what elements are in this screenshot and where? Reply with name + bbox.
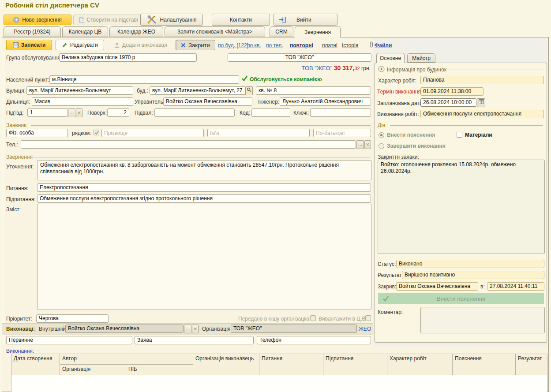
kind-primary-field[interactable]: Первинне <box>6 336 132 344</box>
entrance-clear-button[interactable]: × <box>76 108 82 117</box>
zheo-link[interactable]: ЖЕО <box>359 326 371 332</box>
add-executor-button[interactable]: Додати виконавця <box>108 40 174 50</box>
apartment-field[interactable]: кв. № 8 <box>256 86 371 95</box>
files-link[interactable]: Файли <box>375 42 392 49</box>
phone-field[interactable] <box>21 140 356 149</box>
comment-textarea[interactable] <box>420 307 545 333</box>
tab-registry[interactable]: Реєстр (19324) <box>4 26 61 37</box>
tab-calendar-cv[interactable]: Календар ЦВ <box>62 26 108 37</box>
phone-clear-button[interactable]: × <box>364 140 371 149</box>
by-phone-link[interactable]: по тел. <box>266 42 283 49</box>
settlement-field[interactable]: м.Вінниця <box>49 75 239 84</box>
basement-field[interactable] <box>154 108 235 117</box>
executor-ellipsis-button[interactable]: ... <box>184 325 191 333</box>
col-author-name[interactable]: ПІБ <box>126 365 193 375</box>
panel-tab-main[interactable]: Основне <box>376 53 405 63</box>
upload-cv-checkbox[interactable] <box>365 315 371 321</box>
radio-complete-label: Завершити виконання <box>387 143 446 149</box>
col-result[interactable]: Результат <box>516 354 547 375</box>
closing-textarea[interactable]: Войтко: оголошення розклеєно 15.08.2024р… <box>378 160 545 254</box>
col-question[interactable]: Питання <box>259 354 323 375</box>
balance-cents: 32 <box>354 66 360 71</box>
repeated-link[interactable]: повторні <box>290 42 313 49</box>
calendar-button[interactable] <box>477 98 485 107</box>
left-splitter-strip[interactable] <box>2 51 5 345</box>
phone-ellipsis-button[interactable]: ... <box>356 140 364 149</box>
materials-checkbox[interactable] <box>457 132 462 138</box>
panel-tab-master[interactable]: Майстр <box>407 53 435 63</box>
manager-field[interactable]: Войтко Оксана Вячеславівна <box>163 97 252 106</box>
building-info-expander[interactable]: Інформація про будинок <box>387 67 446 73</box>
entrance-ellipsis-button[interactable]: ... <box>68 108 75 117</box>
clarification-textarea[interactable]: Обмеження електропостачання кв. 8 заборг… <box>37 160 371 180</box>
by-apartment-link[interactable]: по кв. <box>247 42 261 49</box>
col-org-executor[interactable]: Організація виконавець <box>193 354 259 375</box>
subquestion-field[interactable]: Обмеження послуги електропостачання згід… <box>37 194 371 203</box>
col-author[interactable]: Автор <box>60 354 193 365</box>
deadline-field[interactable]: 01.09.2024 11:38:00 <box>420 87 484 96</box>
by-building-link[interactable]: по буд. [122] <box>218 42 248 49</box>
question-field[interactable]: Електропостачання <box>37 183 371 192</box>
new-request-button[interactable]: Нове звернення <box>4 15 71 25</box>
planned-date-field[interactable]: 26.08.2024 10:00:00 <box>420 98 476 107</box>
save-button[interactable]: Записати <box>6 40 52 50</box>
close-button[interactable]: Закрити <box>176 40 215 50</box>
lastname-input[interactable] <box>101 129 204 137</box>
firstname-input[interactable] <box>207 129 310 137</box>
work-type-label: Характер робіт: <box>378 78 416 84</box>
radio-add-explanation[interactable] <box>379 132 384 138</box>
col-explanation[interactable]: Пояснення <box>453 354 516 375</box>
paid-link[interactable]: платні <box>322 42 337 49</box>
status-field[interactable]: Виконано <box>396 260 544 268</box>
floor-field[interactable]: 2 <box>107 108 129 117</box>
work-execution-field[interactable]: Обмеження послуги електропостачання <box>420 110 544 118</box>
tab-calendar-zheo[interactable]: Календар ЖЕО <box>109 26 163 37</box>
floppy-icon <box>13 42 19 48</box>
internal-executor-field[interactable]: Войтко Оксана Вячеславівна <box>65 325 184 333</box>
executor-org-field[interactable]: ТОВ "ЖЕО" <box>231 325 357 333</box>
tab-consumer-requests[interactable]: Запити споживачів <Майстра> <box>165 26 265 37</box>
tab-request[interactable]: Звернення <box>295 26 341 37</box>
subquestion-label: Підпитання: <box>6 196 36 202</box>
street-field[interactable]: вул. Марії Литвиненко-Вольгемут <box>26 86 133 95</box>
execution-table: Дата створення Автор Організація виконав… <box>11 354 547 392</box>
patronymic-input[interactable] <box>313 129 371 137</box>
col-subquestion[interactable]: Підпитання <box>323 354 387 375</box>
content-textarea[interactable] <box>37 204 371 310</box>
settings-button[interactable]: Налаштування <box>140 14 203 26</box>
contacts-button[interactable]: Контакти <box>212 14 270 26</box>
col-author-org[interactable]: Організація <box>60 365 126 375</box>
col-created[interactable]: Дата створення <box>11 354 60 375</box>
engineer-field[interactable]: Лунько Анатолій Олександрович <box>280 97 371 106</box>
closed-by-field[interactable]: Войтко Оксана Вячеславівна <box>396 282 478 291</box>
closing-label: Закриття заявки: <box>378 154 419 160</box>
radio-complete-execution[interactable] <box>379 143 384 149</box>
district-field[interactable]: Масив <box>32 97 133 106</box>
edit-button[interactable]: Редагувати <box>56 40 104 50</box>
exit-button[interactable]: Вийти <box>274 14 337 26</box>
keys-field[interactable] <box>310 108 371 117</box>
work-type-field[interactable]: Планова <box>420 76 544 84</box>
plus-circle-icon <box>13 17 19 23</box>
kind-phone-field[interactable]: Телефон <box>257 336 371 344</box>
executor-clear-button[interactable]: × <box>192 325 199 333</box>
history-link[interactable]: Історія <box>342 42 358 49</box>
transferred-checkbox[interactable] <box>310 315 316 321</box>
service-group-field[interactable]: Велика забудова після 1970 р <box>59 53 197 62</box>
work-execution-label: Виконання робіт: <box>377 111 419 117</box>
create-based-button[interactable]: Створити на підставі <box>73 15 144 25</box>
building-search-button[interactable] <box>245 86 253 95</box>
kind-application-field[interactable]: Заява <box>135 336 254 344</box>
building-field[interactable]: вул. Марії Литвиненко-Вольгемут, 27 <box>150 86 246 95</box>
closed-at-field[interactable]: 27.08.2024 11:40:11 <box>487 282 544 291</box>
code-field[interactable] <box>251 108 290 117</box>
applicant-type-field[interactable]: Фіз. особа <box>6 129 68 137</box>
entrance-field[interactable]: 1 <box>27 108 68 117</box>
organization-field[interactable]: ТОВ "ЖЕО" <box>228 53 371 62</box>
priority-field[interactable]: Чергова <box>36 314 109 323</box>
add-explanation-button[interactable]: Внести пояснення <box>378 293 544 304</box>
tab-crm[interactable]: CRM <box>270 26 293 37</box>
result-field[interactable]: Вирішено позитивно <box>402 271 544 279</box>
inline-mode-checkbox[interactable] <box>94 130 99 135</box>
col-work-type[interactable]: Характер робіт <box>387 354 453 375</box>
